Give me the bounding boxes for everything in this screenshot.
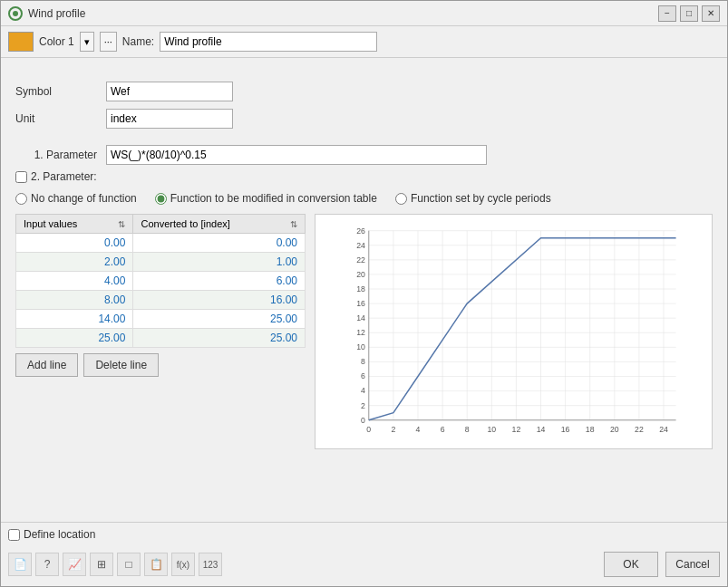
- unit-row: Unit: [15, 109, 713, 129]
- ok-button[interactable]: OK: [604, 552, 658, 577]
- symbol-row: Symbol: [15, 82, 713, 101]
- param1-input[interactable]: [106, 145, 487, 165]
- table-row[interactable]: 2.00: [16, 253, 133, 272]
- table-cell-converted[interactable]: 25.00: [133, 329, 306, 348]
- svg-text:22: 22: [356, 255, 365, 265]
- no-change-label: No change of function: [31, 192, 137, 205]
- icon-btn-chart[interactable]: 📈: [63, 553, 86, 576]
- table-row[interactable]: 14.00: [16, 310, 133, 329]
- table-row[interactable]: 8.00: [16, 291, 133, 310]
- no-change-option[interactable]: No change of function: [15, 192, 137, 205]
- table-cell-converted[interactable]: 6.00: [133, 272, 306, 291]
- svg-text:2: 2: [391, 425, 395, 434]
- svg-text:16: 16: [561, 425, 570, 434]
- icon-btn-clipboard[interactable]: 📋: [144, 553, 168, 576]
- svg-text:24: 24: [356, 241, 365, 250]
- param1-label: 1. Parameter: [15, 149, 106, 161]
- add-line-button[interactable]: Add line: [15, 353, 78, 377]
- color-label: Color 1: [39, 35, 74, 48]
- svg-text:12: 12: [512, 425, 521, 434]
- col2-sort-icon[interactable]: ⇅: [290, 219, 297, 229]
- svg-text:12: 12: [356, 328, 365, 337]
- table-row[interactable]: 25.00: [16, 329, 133, 348]
- icon-btn-file[interactable]: 📄: [8, 553, 32, 576]
- minimize-button[interactable]: −: [658, 5, 676, 22]
- function-radio-group: No change of function Function to be mod…: [15, 192, 713, 205]
- svg-text:8: 8: [361, 357, 365, 366]
- param2-checkbox[interactable]: [15, 171, 27, 183]
- function-modify-radio[interactable]: [155, 193, 167, 205]
- cancel-button[interactable]: Cancel: [665, 552, 720, 577]
- param2-label-text: 2. Parameter:: [31, 170, 97, 183]
- function-cycle-radio[interactable]: [395, 193, 407, 205]
- name-input[interactable]: [160, 32, 377, 52]
- table-row[interactable]: 0.00: [16, 234, 133, 253]
- footer: Define location 📄 ? 📈 ⊞ □ 📋 f(x) 123 OK …: [1, 522, 727, 586]
- svg-text:2: 2: [361, 401, 365, 410]
- table-cell-converted[interactable]: 1.00: [133, 253, 306, 272]
- toolbar: Color 1 ▾ ··· Name:: [1, 26, 727, 58]
- col1-header: Input values ⇅: [16, 215, 133, 234]
- name-label: Name:: [122, 35, 154, 48]
- data-table: Input values ⇅ Converted to [index] ⇅: [15, 214, 306, 348]
- col2-header: Converted to [index] ⇅: [133, 215, 306, 234]
- svg-text:8: 8: [465, 425, 470, 434]
- title-bar: Wind profile − □ ✕: [1, 1, 727, 26]
- define-location-label[interactable]: Define location: [8, 528, 720, 541]
- symbol-input[interactable]: [106, 82, 233, 101]
- content-area: Symbol Unit 1. Parameter 2. Parameter: N…: [1, 58, 727, 522]
- svg-text:10: 10: [487, 425, 496, 434]
- function-modify-label: Function to be modified in conversion ta…: [170, 192, 377, 205]
- delete-line-button[interactable]: Delete line: [83, 353, 159, 377]
- icon-btn-grid[interactable]: ⊞: [90, 553, 113, 576]
- table-cell-converted[interactable]: 0.00: [133, 234, 306, 253]
- icon-btn-help[interactable]: ?: [35, 553, 59, 576]
- main-window: Wind profile − □ ✕ Color 1 ▾ ··· Name: S…: [0, 0, 728, 587]
- param1-row: 1. Parameter: [15, 145, 713, 165]
- app-icon: [8, 6, 23, 21]
- define-location-checkbox[interactable]: [8, 529, 20, 541]
- table-cell-converted[interactable]: 25.00: [133, 310, 306, 329]
- window-title: Wind profile: [28, 7, 653, 20]
- svg-text:20: 20: [610, 425, 619, 434]
- window-controls: − □ ✕: [658, 5, 720, 22]
- svg-text:18: 18: [586, 425, 595, 434]
- param2-row: 2. Parameter:: [15, 170, 713, 183]
- svg-text:14: 14: [537, 425, 546, 434]
- table-cell-converted[interactable]: 16.00: [133, 291, 306, 310]
- chart-svg: 0246810121416182022240246810121416182022…: [323, 222, 704, 441]
- svg-text:0: 0: [366, 425, 371, 434]
- svg-text:4: 4: [361, 387, 365, 396]
- color-dropdown[interactable]: ▾: [80, 32, 94, 52]
- bottom-bar: 📄 ? 📈 ⊞ □ 📋 f(x) 123 OK Cancel: [8, 548, 720, 581]
- svg-text:14: 14: [356, 313, 365, 322]
- more-options-button[interactable]: ···: [100, 32, 117, 52]
- maximize-button[interactable]: □: [680, 5, 698, 22]
- close-button[interactable]: ✕: [702, 5, 720, 22]
- svg-text:22: 22: [635, 425, 644, 434]
- table-row[interactable]: 4.00: [16, 272, 133, 291]
- chart-section: 0246810121416182022240246810121416182022…: [315, 214, 713, 449]
- svg-point-1: [13, 11, 18, 16]
- table-section: Input values ⇅ Converted to [index] ⇅: [15, 214, 306, 449]
- icon-btn-fx[interactable]: f(x): [171, 553, 195, 576]
- icon-btn-number[interactable]: 123: [199, 553, 222, 576]
- svg-text:16: 16: [356, 299, 365, 308]
- color-swatch[interactable]: [8, 32, 34, 52]
- svg-text:4: 4: [416, 425, 421, 434]
- main-content-area: Input values ⇅ Converted to [index] ⇅: [15, 214, 713, 449]
- unit-input[interactable]: [106, 109, 233, 129]
- svg-text:0: 0: [361, 416, 365, 425]
- col1-sort-icon[interactable]: ⇅: [118, 219, 125, 229]
- svg-text:10: 10: [356, 342, 365, 351]
- svg-text:26: 26: [356, 226, 365, 236]
- dialog-buttons: OK Cancel: [604, 552, 720, 577]
- bottom-icons: 📄 ? 📈 ⊞ □ 📋 f(x) 123: [8, 553, 222, 576]
- icon-btn-square[interactable]: □: [117, 553, 141, 576]
- function-cycle-option[interactable]: Function set by cycle periods: [395, 192, 551, 205]
- function-cycle-label: Function set by cycle periods: [411, 192, 551, 205]
- chart-container: 0246810121416182022240246810121416182022…: [315, 214, 713, 449]
- svg-text:24: 24: [659, 425, 668, 434]
- no-change-radio[interactable]: [15, 193, 27, 205]
- function-modify-option[interactable]: Function to be modified in conversion ta…: [155, 192, 377, 205]
